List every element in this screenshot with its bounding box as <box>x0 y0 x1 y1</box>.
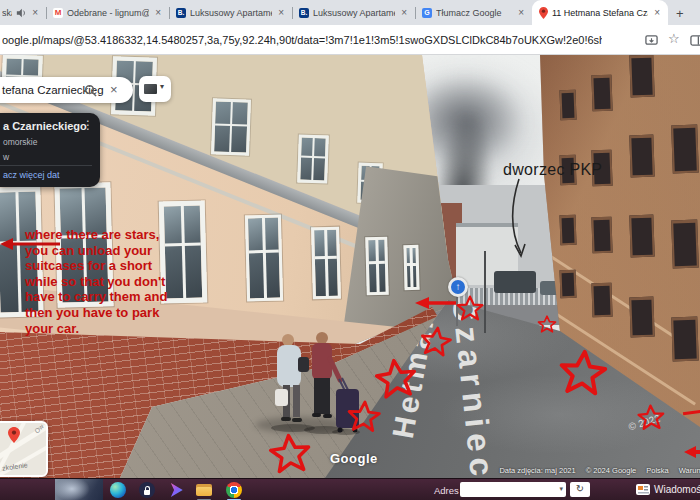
country-link[interactable]: Polska <box>646 466 669 475</box>
building-window <box>559 215 576 246</box>
install-icon[interactable] <box>645 33 658 51</box>
edge-icon[interactable] <box>110 482 126 498</box>
tab-partial[interactable]: skal F × <box>0 0 46 25</box>
building-window <box>591 217 612 254</box>
url-text[interactable]: oogle.pl/maps/@53.4186332,14.5480257,3a,… <box>2 34 602 46</box>
url-bar[interactable]: oogle.pl/maps/@53.4186332,14.5480257,3a,… <box>0 25 700 55</box>
red-star-annotation <box>418 324 454 358</box>
building-window <box>245 215 283 302</box>
building-window <box>559 90 576 121</box>
tab-translate[interactable]: G Tłumacz Google × <box>416 0 532 25</box>
minimap[interactable]: Ow zkolenie <box>0 421 48 477</box>
red-star-annotation <box>266 431 313 475</box>
red-arrow-right-edge <box>684 445 700 459</box>
file-explorer-icon[interactable] <box>196 482 212 498</box>
tab-maps-active[interactable]: 11 Hetmana Stefana Czarn × <box>532 0 668 25</box>
copyright: © 2024 Google <box>586 466 637 475</box>
imagery-toggle-button[interactable]: ▾ <box>139 76 171 102</box>
street-view-canvas[interactable]: Hetmana Czarnieckiego © 2022 ↑ <box>0 55 700 478</box>
folder-icon <box>196 487 212 496</box>
new-tab-button[interactable]: + <box>676 6 684 21</box>
more-dates-link[interactable]: acz więcej dat <box>3 170 60 180</box>
building-window <box>629 215 654 258</box>
search-clear-icon[interactable]: × <box>110 82 118 97</box>
red-star-annotation <box>614 402 687 432</box>
building-window <box>311 227 341 300</box>
street-name-paint: Czarnieckiego <box>444 295 513 478</box>
news-widget-label[interactable]: Wiadomości <box>654 484 700 495</box>
building-window <box>671 317 699 362</box>
chevron-down-icon: ▾ <box>160 82 164 91</box>
red-star-annotation <box>551 346 615 397</box>
building-window <box>629 297 654 338</box>
tab-close-button[interactable]: × <box>276 8 286 18</box>
road-sign: ↑ <box>448 277 468 297</box>
lamp-post <box>484 251 486 333</box>
tab-close-button[interactable]: × <box>652 8 662 18</box>
building-window <box>403 245 419 290</box>
bookmark-star-icon[interactable]: ☆ <box>668 31 680 46</box>
info-card: a Czarnieckiego ⋮ omorskie w acz więcej … <box>0 113 100 187</box>
minimap-place-label: zkolenie <box>2 461 28 472</box>
map-pin-icon <box>8 427 20 443</box>
tab-close-button[interactable]: × <box>399 8 409 18</box>
tab-close-button[interactable]: × <box>30 8 40 18</box>
red-star-annotation <box>371 355 422 400</box>
minimap-road <box>0 441 48 477</box>
building-window <box>629 55 654 97</box>
refresh-button[interactable]: ↻ <box>570 482 590 497</box>
image-date: Data zdjęcia: maj 2021 <box>499 466 575 475</box>
tab-gmail[interactable]: M Odebrane - lignum@lignu × <box>47 0 169 25</box>
tab-title: Luksusowy Apartament pr <box>190 8 272 18</box>
chrome-icon[interactable] <box>226 482 242 498</box>
taskbar-widget-thumbnail[interactable] <box>55 479 103 500</box>
tab-strip: skal F × M Odebrane - lignum@lignu × B. … <box>0 0 700 25</box>
maps-pin-icon <box>538 8 548 18</box>
overflow-menu-icon[interactable]: ⋮ <box>82 118 94 132</box>
tab-booking-1[interactable]: B. Luksusowy Apartament pr × <box>170 0 292 25</box>
red-arrow-unload-spot <box>414 295 458 311</box>
side-panel-icon[interactable] <box>690 33 700 51</box>
tab-title: Tłumacz Google <box>436 8 512 18</box>
lock-app-icon[interactable] <box>139 482 155 498</box>
building-window <box>629 135 654 178</box>
info-card-detail: w <box>3 152 9 162</box>
search-icon[interactable] <box>84 83 97 101</box>
parked-van <box>494 271 536 293</box>
address-toolbar-input[interactable]: ▾ <box>460 482 566 497</box>
tab-title: 11 Hetmana Stefana Czarn <box>552 8 648 18</box>
building-window <box>671 125 699 174</box>
imagery-thumbnail-icon <box>144 84 157 94</box>
info-card-region: omorskie <box>3 137 37 147</box>
building-window <box>365 237 389 296</box>
lock-icon <box>144 490 150 495</box>
building-window <box>671 220 699 269</box>
media-app-icon[interactable] <box>168 482 184 498</box>
taskbar: Adres ▾ ↻ Wiadomości <box>0 478 700 500</box>
tab-title: Luksusowy Apartament pr <box>313 8 395 18</box>
chevron-down-icon[interactable]: ▾ <box>559 485 563 493</box>
building-window <box>297 134 329 183</box>
booking-icon: B. <box>299 8 309 18</box>
red-star-annotation <box>538 315 556 333</box>
red-star-annotation <box>345 399 383 433</box>
search-box[interactable]: tefana Czarnieckieg × <box>0 77 133 103</box>
news-icon[interactable] <box>636 484 650 495</box>
tab-title: Odebrane - lignum@lignu <box>67 8 149 18</box>
tab-title: skal F <box>2 8 12 18</box>
booking-icon: B. <box>176 8 186 18</box>
terms-link[interactable]: Warunki <box>679 466 700 475</box>
red-arrow-left <box>0 237 62 251</box>
tab-booking-2[interactable]: B. Luksusowy Apartament pr × <box>293 0 415 25</box>
gmail-icon: M <box>53 8 63 18</box>
station-arrow <box>504 177 532 263</box>
address-toolbar-label: Adres <box>434 485 459 496</box>
tab-close-button[interactable]: × <box>516 8 526 18</box>
info-card-title: a Czarnieckiego <box>3 120 87 132</box>
screen: skal F × M Odebrane - lignum@lignu × B. … <box>0 0 700 500</box>
speaker-icon[interactable] <box>16 8 26 18</box>
building-window <box>591 283 612 318</box>
translate-icon: G <box>422 8 432 18</box>
tab-close-button[interactable]: × <box>153 8 163 18</box>
building-window <box>560 270 577 299</box>
